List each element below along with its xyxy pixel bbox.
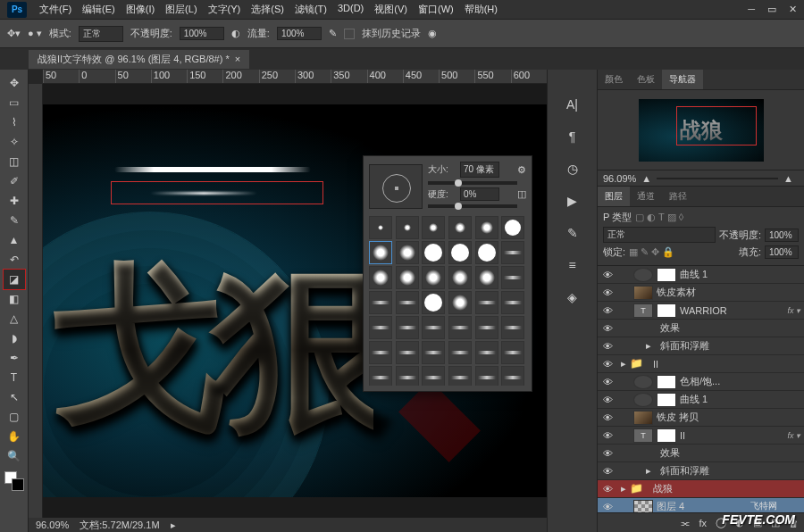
brush-thumb[interactable] <box>448 291 472 314</box>
tab-swatches[interactable]: 色板 <box>630 70 662 89</box>
brush-thumb[interactable] <box>422 341 445 364</box>
restore-icon[interactable]: ▭ <box>767 4 776 15</box>
pressure-size-icon[interactable]: ◉ <box>428 28 437 39</box>
layer-thumbnail[interactable] <box>633 286 653 300</box>
path-tool[interactable]: ↖ <box>4 387 25 407</box>
new-preset-icon[interactable]: ◫ <box>517 188 526 200</box>
tab-navigator[interactable]: 导航器 <box>662 70 703 89</box>
kind-filter[interactable]: P 类型 <box>603 211 632 224</box>
3d-panel-icon[interactable]: ◈ <box>565 289 581 305</box>
brush-angle-preview[interactable] <box>369 164 423 209</box>
visibility-icon[interactable]: 👁 <box>601 323 614 334</box>
visibility-icon[interactable]: 👁 <box>601 430 614 441</box>
menu-文件(F)[interactable]: 文件(F) <box>34 3 77 16</box>
layer-name[interactable]: 斜面和浮雕 <box>660 464 800 478</box>
layer-name[interactable]: 铁皮 拷贝 <box>657 411 800 424</box>
mode-select[interactable]: 正常 <box>79 26 123 42</box>
brush-thumb[interactable] <box>475 266 498 289</box>
hardness-slider[interactable] <box>428 204 517 208</box>
pressure-opacity-icon[interactable]: ◐ <box>231 28 240 39</box>
tab-layers[interactable]: 图层 <box>598 187 630 206</box>
navigator-zoom[interactable]: 96.09% ▲ ▲ <box>598 170 804 187</box>
marquee-tool[interactable]: ▭ <box>4 93 25 112</box>
layer-name[interactable]: II <box>680 430 783 441</box>
history-panel-icon[interactable]: ◷ <box>565 161 581 177</box>
brush-thumb[interactable] <box>501 341 524 364</box>
visibility-icon[interactable]: 👁 <box>601 377 614 387</box>
brush-thumb[interactable] <box>369 341 392 364</box>
layer-name[interactable]: WARRIOR <box>680 305 783 316</box>
visibility-icon[interactable]: 👁 <box>601 359 614 370</box>
brush-thumb[interactable] <box>501 266 524 289</box>
fx-badge[interactable]: fx ▾ <box>787 431 800 440</box>
layer-thumbnail[interactable]: T <box>633 428 653 443</box>
pen-tool[interactable]: ✒ <box>4 348 25 368</box>
brush-thumb[interactable] <box>396 266 419 289</box>
brush-preset-panel[interactable]: 大小: 70 像素 ⚙ 硬度: 0% ◫ <box>363 155 532 392</box>
brush-thumb[interactable] <box>475 291 498 314</box>
close-icon[interactable]: ✕ <box>789 4 797 15</box>
navigator-thumbnail[interactable]: 战狼 <box>639 99 764 162</box>
layer-thumbnail[interactable] <box>633 375 653 389</box>
brush-thumb[interactable] <box>475 316 498 339</box>
brush-thumb[interactable] <box>475 366 498 386</box>
layer-list[interactable]: 👁曲线 1👁铁皮素材👁TWARRIORfx ▾👁效果👁▸斜面和浮雕👁▸📁II👁色… <box>598 266 804 512</box>
brush-thumb[interactable] <box>448 216 472 239</box>
layer-row[interactable]: 👁曲线 1 <box>598 391 804 409</box>
layer-name[interactable]: 战狼 <box>653 482 800 495</box>
brush-thumb[interactable] <box>475 216 498 239</box>
flow-input[interactable]: 100% <box>277 27 322 40</box>
menu-文字(Y)[interactable]: 文字(Y) <box>203 3 247 16</box>
heal-tool[interactable]: ✚ <box>4 191 25 211</box>
color-swatch[interactable] <box>4 471 24 491</box>
type-tool[interactable]: T <box>4 368 25 387</box>
layer-row[interactable]: 👁色相/饱... <box>598 373 804 391</box>
zoom-value[interactable]: 96.09% <box>36 520 69 530</box>
brush-thumb[interactable] <box>448 366 472 386</box>
layer-row[interactable]: 👁TWARRIORfx ▾ <box>598 302 804 320</box>
blend-mode-select[interactable]: 正常 <box>603 227 716 243</box>
brush-preset-icon[interactable]: ● ▾ <box>28 28 42 39</box>
zoom-tool[interactable]: 🔍 <box>4 446 25 466</box>
brush-thumb[interactable] <box>369 241 392 264</box>
layer-row[interactable]: 👁▸📁战狼 <box>598 480 804 498</box>
brush-thumb[interactable] <box>501 216 524 239</box>
menu-编辑(E)[interactable]: 编辑(E) <box>77 3 121 16</box>
menu-滤镜(T)[interactable]: 滤镜(T) <box>289 3 332 16</box>
brush-thumb[interactable] <box>396 341 419 364</box>
layer-name[interactable]: 色相/饱... <box>680 375 800 388</box>
layer-name[interactable]: 曲线 1 <box>680 268 800 281</box>
brush-thumb[interactable] <box>396 291 419 314</box>
canvas[interactable]: 戈狠 II 大小: 70 像素 ⚙ <box>43 84 547 518</box>
crop-tool[interactable]: ◫ <box>4 152 25 171</box>
layer-thumbnail[interactable]: T <box>633 303 653 318</box>
visibility-icon[interactable]: 👁 <box>601 305 614 316</box>
eyedropper-tool[interactable]: ✐ <box>4 171 25 191</box>
size-slider[interactable] <box>428 181 517 185</box>
blur-tool[interactable]: △ <box>4 309 25 328</box>
menu-帮助(H)[interactable]: 帮助(H) <box>459 3 503 16</box>
brush-thumb[interactable] <box>396 316 419 339</box>
layer-row[interactable]: 👁铁皮 拷贝 <box>598 409 804 427</box>
expand-icon[interactable]: ▸ <box>621 358 626 370</box>
tool-preset-icon[interactable]: ✥▾ <box>7 28 21 39</box>
char-panel-icon[interactable]: A| <box>565 96 581 112</box>
brush-thumb[interactable] <box>501 316 524 339</box>
hand-tool[interactable]: ✋ <box>4 427 25 446</box>
link-icon[interactable]: ⫘ <box>680 518 690 528</box>
brush-thumb[interactable] <box>448 241 472 264</box>
tab-paths[interactable]: 路径 <box>662 187 694 206</box>
brush-thumb[interactable] <box>369 291 392 314</box>
brush-thumb[interactable] <box>369 266 392 289</box>
close-tab-icon[interactable]: × <box>235 54 240 64</box>
brush-thumb[interactable] <box>448 316 472 339</box>
visibility-icon[interactable]: 👁 <box>601 502 614 512</box>
brush-thumb[interactable] <box>396 216 419 239</box>
tab-color[interactable]: 颜色 <box>598 70 630 89</box>
layer-thumbnail[interactable] <box>633 393 653 407</box>
gear-icon[interactable]: ⚙ <box>517 164 526 176</box>
nav-zoom-value[interactable]: 96.09% <box>603 173 636 184</box>
brush-thumb[interactable] <box>369 216 392 239</box>
brush-thumb[interactable] <box>422 216 445 239</box>
layer-thumbnail[interactable] <box>633 411 653 425</box>
